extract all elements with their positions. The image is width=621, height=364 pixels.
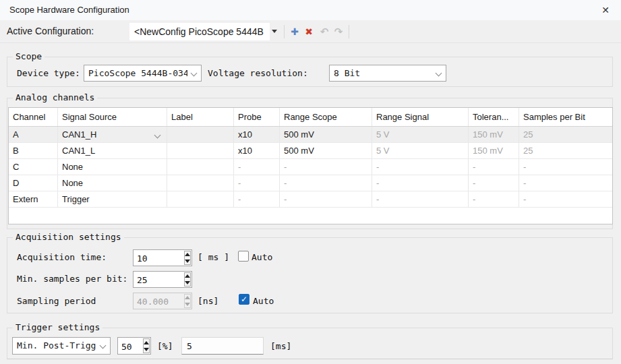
sampling-period-input bbox=[134, 293, 183, 309]
arrow-down-icon bbox=[185, 303, 190, 306]
spinner-buttons bbox=[184, 294, 191, 308]
table-row-channel-b[interactable]: B CAN1_L x10 500 mV 5 V 150 mV 25 bbox=[9, 143, 612, 159]
cell-signal-source[interactable]: CAN1_H bbox=[58, 127, 167, 142]
cell-samples: 25 bbox=[519, 127, 612, 142]
cell-range-signal: 5 V bbox=[372, 143, 469, 158]
active-configuration-combobox[interactable]: <NewConfig PicoScope 5444B bbox=[129, 23, 270, 40]
chevron-down-icon bbox=[436, 70, 442, 77]
trigger-percent-input[interactable] bbox=[118, 338, 142, 354]
cell-channel: Extern bbox=[9, 191, 58, 207]
cell-channel: D bbox=[9, 175, 58, 191]
voltage-resolution-value: 8 Bit bbox=[334, 68, 432, 78]
min-samples-input[interactable] bbox=[134, 272, 183, 287]
spin-down-button[interactable] bbox=[144, 346, 149, 353]
column-header-signal-source[interactable]: Signal Source bbox=[58, 108, 167, 126]
toolbar-separator bbox=[284, 25, 285, 38]
cell-samples: 25 bbox=[519, 143, 612, 158]
add-configuration-icon[interactable]: ✚ bbox=[288, 24, 301, 39]
spin-up-button[interactable] bbox=[185, 251, 190, 258]
cell-label[interactable] bbox=[167, 127, 234, 142]
cell-channel: B bbox=[9, 143, 58, 158]
device-type-value: PicoScope 5444B-034 bbox=[88, 68, 187, 78]
cell-channel: A bbox=[9, 127, 58, 142]
cell-signal-source[interactable]: Trigger bbox=[58, 191, 167, 207]
cell-range-scope[interactable]: 500 mV bbox=[280, 143, 372, 158]
acquisition-time-unit: [ ms ] bbox=[198, 252, 229, 262]
window-title: Scope Hardware Configuration bbox=[9, 5, 129, 15]
redo-icon[interactable]: ↷ bbox=[332, 24, 345, 39]
cell-range-signal: - bbox=[372, 159, 469, 175]
column-header-range-signal[interactable]: Range Signal bbox=[372, 108, 469, 126]
sampling-auto-checkbox[interactable]: ✓ bbox=[239, 294, 249, 305]
delete-configuration-icon[interactable]: ✖ bbox=[302, 24, 316, 39]
cell-signal-source[interactable]: CAN1_L bbox=[58, 143, 167, 158]
trigger-mode-value: Min. Post-Trigg bbox=[17, 340, 96, 351]
table-row-channel-d[interactable]: D None - - - - - bbox=[9, 175, 612, 191]
scope-group: Scope Device type: PicoScope 5444B-034 V… bbox=[7, 57, 613, 87]
spinner-buttons bbox=[184, 251, 191, 265]
min-samples-spinner[interactable] bbox=[133, 271, 192, 288]
chevron-down-icon[interactable] bbox=[154, 132, 161, 139]
device-type-label: Device type: bbox=[17, 68, 80, 78]
undo-icon[interactable]: ↶ bbox=[318, 24, 331, 39]
spin-up-button[interactable] bbox=[144, 339, 149, 346]
cell-label[interactable] bbox=[167, 191, 234, 207]
signal-source-value: CAN1_H bbox=[62, 129, 96, 140]
table-row-extern[interactable]: Extern Trigger - - - - - bbox=[9, 191, 612, 208]
acquisition-settings-legend: Acquisition settings bbox=[13, 232, 124, 242]
voltage-resolution-combobox[interactable]: 8 Bit bbox=[329, 65, 446, 82]
trigger-time-input[interactable] bbox=[182, 338, 263, 354]
spinner-buttons bbox=[143, 338, 150, 353]
trigger-mode-combobox[interactable]: Min. Post-Trigg bbox=[12, 337, 111, 355]
toolbar-separator bbox=[349, 25, 349, 38]
column-header-tolerance[interactable]: Toleran... bbox=[469, 108, 519, 126]
sampling-period-label: Sampling period bbox=[17, 296, 96, 306]
column-header-channel[interactable]: Channel bbox=[9, 108, 58, 126]
cell-signal-source[interactable]: None bbox=[58, 159, 167, 175]
cell-range-scope[interactable]: 500 mV bbox=[280, 127, 372, 142]
spin-up-button[interactable] bbox=[185, 273, 190, 280]
cell-samples: - bbox=[519, 159, 612, 175]
combobox-dropdown-icon[interactable] bbox=[272, 30, 277, 33]
sampling-period-spinner bbox=[133, 293, 192, 309]
acquisition-auto-checkbox[interactable] bbox=[238, 251, 249, 262]
voltage-resolution-label: Voltage resolution: bbox=[208, 68, 308, 78]
title-bar: Scope Hardware Configuration ✕ bbox=[0, 0, 621, 20]
cell-channel: C bbox=[9, 159, 58, 175]
spin-down-button[interactable] bbox=[185, 258, 190, 265]
trigger-time-unit: [ms] bbox=[270, 341, 291, 351]
cell-range-signal: 5 V bbox=[372, 127, 469, 142]
cell-label[interactable] bbox=[167, 159, 234, 175]
cell-label[interactable] bbox=[167, 143, 234, 158]
cell-signal-source[interactable]: None bbox=[58, 175, 167, 191]
cell-tolerance: 150 mV bbox=[469, 127, 519, 142]
trigger-percent-spinner[interactable] bbox=[117, 337, 151, 355]
trigger-settings-group: Trigger settings Min. Post-Trigg [%] [ms… bbox=[7, 328, 613, 359]
toolbar: Active Configuration: <NewConfig PicoSco… bbox=[0, 20, 621, 43]
table-row-channel-a[interactable]: A CAN1_H x10 500 mV 5 V 150 mV 25 bbox=[9, 127, 612, 143]
cell-label[interactable] bbox=[167, 175, 234, 191]
close-icon[interactable]: ✕ bbox=[598, 3, 613, 17]
column-header-range-scope[interactable]: Range Scope bbox=[280, 108, 372, 126]
spin-down-button[interactable] bbox=[185, 280, 190, 286]
cell-probe[interactable]: x10 bbox=[234, 127, 280, 142]
column-header-probe[interactable]: Probe bbox=[234, 108, 280, 126]
arrow-down-icon bbox=[185, 281, 190, 284]
analog-channels-legend: Analog channels bbox=[13, 92, 97, 102]
table-header-row: Channel Signal Source Label Probe Range … bbox=[9, 108, 612, 127]
cell-probe[interactable]: x10 bbox=[234, 143, 280, 158]
scope-group-legend: Scope bbox=[13, 51, 45, 61]
column-header-label[interactable]: Label bbox=[167, 108, 234, 126]
spin-up-button bbox=[185, 295, 190, 301]
arrow-up-icon bbox=[185, 274, 190, 278]
acquisition-time-spinner[interactable] bbox=[133, 249, 192, 266]
acquisition-time-input[interactable] bbox=[134, 250, 183, 266]
column-header-samples-per-bit[interactable]: Samples per Bit bbox=[519, 108, 612, 126]
table-row-channel-c[interactable]: C None - - - - - bbox=[9, 159, 612, 175]
arrow-up-icon bbox=[185, 253, 190, 256]
cell-samples: - bbox=[519, 175, 612, 191]
cell-probe: - bbox=[234, 159, 280, 175]
trigger-time-field[interactable] bbox=[181, 337, 264, 355]
chevron-down-icon bbox=[191, 70, 198, 77]
device-type-combobox[interactable]: PicoScope 5444B-034 bbox=[84, 65, 202, 82]
